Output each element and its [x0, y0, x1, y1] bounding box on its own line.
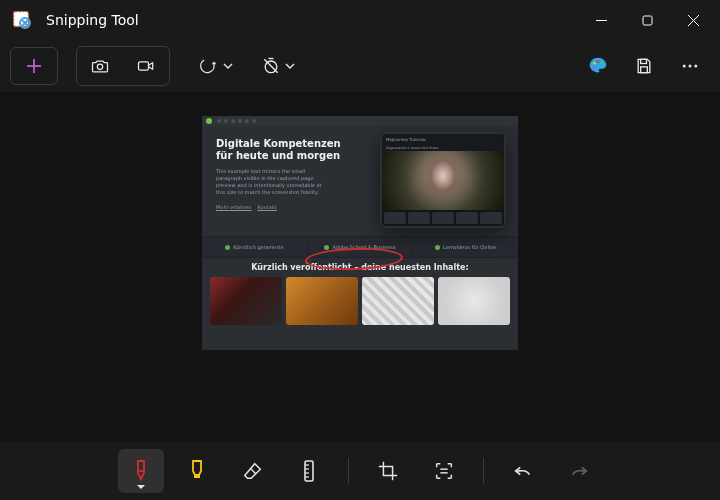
ruler-icon — [299, 459, 319, 483]
window-title: Snipping Tool — [46, 12, 139, 28]
edit-in-paint-button[interactable] — [578, 47, 618, 85]
card-row — [202, 272, 518, 333]
photo-mode-button[interactable] — [77, 47, 123, 85]
svg-rect-5 — [643, 16, 652, 25]
tablet-preview: Midjourney Tutorials Gegenstände in dies… — [380, 132, 506, 228]
svg-point-23 — [694, 65, 697, 68]
pen-icon — [130, 458, 152, 484]
crop-icon — [377, 460, 399, 482]
chevron-down-icon — [223, 61, 233, 71]
canvas-area[interactable]: Digitale Kompetenzen für heute und morge… — [0, 92, 720, 442]
plus-icon — [25, 57, 43, 75]
subhead: Kürzlich veröffentlicht – deine neuesten… — [202, 263, 518, 272]
highlighter-icon — [186, 458, 208, 484]
undo-button[interactable] — [500, 449, 546, 493]
titlebar: Snipping Tool — [0, 0, 720, 40]
feature-strip: Künstlich generierte Adobe School & Busi… — [202, 236, 518, 258]
toolbar-divider — [348, 458, 349, 484]
redo-button[interactable] — [556, 449, 602, 493]
svg-rect-11 — [139, 62, 149, 70]
camera-icon — [90, 56, 110, 76]
svg-point-10 — [97, 64, 102, 69]
svg-line-25 — [250, 468, 256, 474]
delay-button[interactable] — [258, 47, 298, 85]
maximize-button[interactable] — [624, 0, 670, 40]
svg-point-18 — [593, 67, 596, 70]
svg-point-22 — [689, 65, 692, 68]
svg-rect-26 — [305, 461, 313, 481]
video-mode-button[interactable] — [123, 47, 169, 85]
chevron-down-icon — [285, 61, 295, 71]
hero-links: Mehr erfahren Kontakt — [216, 204, 372, 210]
hero-title: Digitale Kompetenzen für heute und morge… — [216, 138, 372, 162]
shape-icon — [199, 56, 219, 76]
save-button[interactable] — [624, 47, 664, 85]
text-extract-icon — [433, 460, 455, 482]
capture-mode-group — [76, 46, 170, 86]
ruler-tool-button[interactable] — [286, 449, 332, 493]
timer-off-icon — [261, 56, 281, 76]
svg-point-16 — [597, 60, 600, 63]
crop-tool-button[interactable] — [365, 449, 411, 493]
preview-topbar — [202, 116, 518, 126]
snip-shape-button[interactable] — [196, 47, 236, 85]
more-icon — [680, 56, 700, 76]
svg-point-21 — [683, 65, 686, 68]
portrait-image — [382, 151, 504, 210]
text-actions-button[interactable] — [421, 449, 467, 493]
highlighter-tool-button[interactable] — [174, 449, 220, 493]
redo-icon — [568, 460, 590, 482]
minimize-button[interactable] — [578, 0, 624, 40]
svg-rect-20 — [641, 67, 648, 73]
eraser-tool-button[interactable] — [230, 449, 276, 493]
captured-screenshot[interactable]: Digitale Kompetenzen für heute und morge… — [202, 116, 518, 350]
hero-body: This example text mimics the small parag… — [216, 168, 326, 196]
toolbar-divider — [483, 458, 484, 484]
svg-rect-19 — [641, 59, 647, 63]
close-button[interactable] — [670, 0, 716, 40]
more-button[interactable] — [670, 47, 710, 85]
svg-point-17 — [600, 62, 603, 65]
bottom-toolbar — [0, 442, 720, 500]
new-snip-button[interactable] — [10, 47, 58, 85]
undo-icon — [512, 460, 534, 482]
eraser-icon — [242, 460, 264, 482]
svg-rect-24 — [194, 475, 200, 478]
pen-tool-button[interactable] — [118, 449, 164, 493]
top-toolbar — [0, 40, 720, 92]
save-icon — [634, 56, 654, 76]
app-icon — [12, 10, 32, 30]
palette-icon — [587, 55, 609, 77]
video-icon — [136, 56, 156, 76]
svg-point-15 — [593, 62, 596, 65]
